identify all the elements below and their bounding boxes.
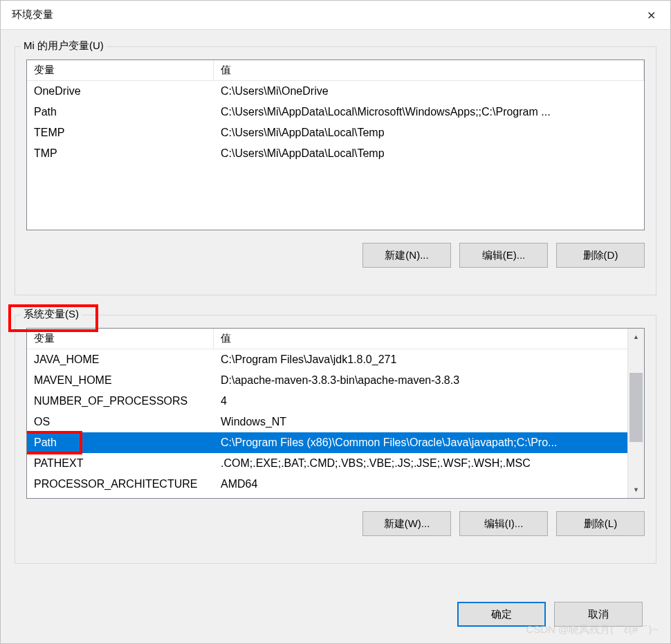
cell-value: C:\Users\Mi\AppData\Local\Temp (214, 147, 644, 160)
user-vars-buttons: 新建(N)... 编辑(E)... 删除(D) (26, 243, 645, 268)
cell-value: C:\Users\Mi\AppData\Local\Temp (214, 127, 644, 139)
user-vars-group: Mi 的用户变量(U) 变量 值 OneDriveC:\Users\Mi\One… (15, 46, 656, 295)
cell-value: .COM;.EXE;.BAT;.CMD;.VBS;.VBE;.JS;.JSE;.… (214, 457, 627, 470)
dialog-buttons: 确定 取消 (457, 602, 656, 627)
table-row[interactable]: OSWindows_NT (27, 412, 627, 432)
table-row[interactable]: TEMPC:\Users\Mi\AppData\Local\Temp (27, 122, 644, 143)
table-row[interactable]: PATHEXT.COM;.EXE;.BAT;.CMD;.VBS;.VBE;.JS… (27, 453, 627, 474)
user-delete-button[interactable]: 删除(D) (556, 243, 645, 268)
cell-value: C:\Users\Mi\OneDrive (214, 85, 644, 98)
scroll-down-icon[interactable]: ▼ (628, 481, 644, 498)
cell-name: PROCESSOR_ARCHITECTURE (27, 478, 214, 490)
table-row[interactable]: TMPC:\Users\Mi\AppData\Local\Temp (27, 143, 644, 164)
cell-value: C:\Program Files (x86)\Common Files\Orac… (214, 436, 627, 449)
table-row[interactable]: OneDriveC:\Users\Mi\OneDrive (27, 81, 644, 102)
cell-name: NUMBER_OF_PROCESSORS (27, 395, 214, 407)
system-vars-legend: 系统变量(S) (21, 308, 82, 321)
system-vars-header: 变量 值 (27, 329, 644, 349)
system-vars-rows: JAVA_HOMEC:\Program Files\Java\jdk1.8.0_… (27, 349, 644, 499)
env-vars-dialog: 环境变量 ✕ Mi 的用户变量(U) 变量 值 OneDriveC:\Users… (0, 0, 671, 644)
cell-name: OneDrive (27, 85, 214, 98)
cell-name: OS (27, 416, 214, 428)
user-vars-legend: Mi 的用户变量(U) (21, 39, 107, 53)
user-edit-button[interactable]: 编辑(E)... (459, 243, 548, 268)
window-title: 环境变量 (12, 8, 53, 21)
table-row[interactable]: PathC:\Users\Mi\AppData\Local\Microsoft\… (27, 102, 644, 122)
cell-name: TMP (27, 147, 214, 160)
ok-button[interactable]: 确定 (457, 602, 546, 627)
user-new-button[interactable]: 新建(N)... (362, 243, 451, 268)
table-row[interactable]: PROCESSOR_ARCHITECTUREAMD64 (27, 474, 627, 495)
scrollbar[interactable]: ▲ ▼ (627, 329, 644, 498)
cell-value: D:\apache-maven-3.8.3-bin\apache-maven-3… (214, 374, 627, 387)
cell-value: 4 (214, 395, 627, 407)
cell-value: C:\Users\Mi\AppData\Local\Microsoft\Wind… (214, 106, 644, 118)
close-icon[interactable]: ✕ (632, 1, 670, 30)
system-edit-button[interactable]: 编辑(I)... (459, 511, 548, 536)
table-row[interactable]: PROCESSOR_IDENTIFIERIntel64 Family 6 Mod… (27, 495, 627, 499)
col-value[interactable]: 值 (214, 329, 644, 349)
cell-name: JAVA_HOME (27, 353, 214, 366)
scroll-up-icon[interactable]: ▲ (628, 329, 644, 345)
col-variable[interactable]: 变量 (27, 329, 214, 349)
titlebar: 环境变量 ✕ (1, 1, 670, 30)
cell-name: PATHEXT (27, 457, 214, 470)
cell-value: Windows_NT (214, 416, 627, 428)
user-vars-list[interactable]: 变量 值 OneDriveC:\Users\Mi\OneDrivePathC:\… (26, 59, 645, 230)
system-vars-list[interactable]: 变量 值 JAVA_HOMEC:\Program Files\Java\jdk1… (26, 328, 645, 499)
scroll-thumb[interactable] (629, 373, 643, 442)
user-vars-header: 变量 值 (27, 60, 644, 81)
system-vars-buttons: 新建(W)... 编辑(I)... 删除(L) (26, 511, 645, 536)
system-vars-group: 系统变量(S) 变量 值 JAVA_HOMEC:\Program Files\J… (15, 315, 656, 564)
cell-name: MAVEN_HOME (27, 374, 214, 387)
table-row[interactable]: JAVA_HOMEC:\Program Files\Java\jdk1.8.0_… (27, 349, 627, 370)
cell-value: AMD64 (214, 478, 627, 490)
cancel-button[interactable]: 取消 (554, 602, 643, 627)
table-row[interactable]: NUMBER_OF_PROCESSORS4 (27, 391, 627, 412)
col-variable[interactable]: 变量 (27, 60, 214, 80)
user-vars-rows: OneDriveC:\Users\Mi\OneDrivePathC:\Users… (27, 81, 644, 164)
cell-name: Path (27, 106, 214, 118)
cell-name: TEMP (27, 127, 214, 139)
system-delete-button[interactable]: 删除(L) (556, 511, 645, 536)
cell-name: Path (27, 436, 214, 449)
system-new-button[interactable]: 新建(W)... (362, 511, 451, 536)
table-row[interactable]: PathC:\Program Files (x86)\Common Files\… (27, 432, 627, 453)
table-row[interactable]: MAVEN_HOMED:\apache-maven-3.8.3-bin\apac… (27, 370, 627, 391)
col-value[interactable]: 值 (214, 60, 644, 80)
scroll-track[interactable] (628, 345, 644, 481)
dialog-content: Mi 的用户变量(U) 变量 值 OneDriveC:\Users\Mi\One… (1, 30, 670, 643)
cell-value: C:\Program Files\Java\jdk1.8.0_271 (214, 353, 627, 366)
